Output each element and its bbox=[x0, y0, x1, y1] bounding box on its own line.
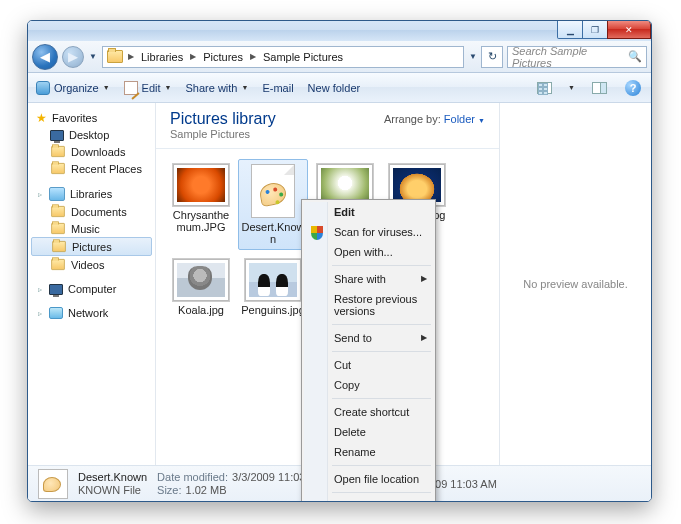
sidebar-item-label: Documents bbox=[71, 206, 127, 218]
ctx-copy[interactable]: Copy bbox=[304, 375, 433, 395]
file-name: Koala.jpg bbox=[169, 304, 233, 316]
ctx-label: Scan for viruses... bbox=[334, 226, 422, 238]
folder-icon bbox=[107, 50, 123, 63]
organize-icon bbox=[36, 81, 50, 95]
details-filetype: KNOWN File bbox=[78, 484, 147, 496]
ctx-delete[interactable]: Delete bbox=[304, 422, 433, 442]
address-bar[interactable]: ▶ Libraries ▶ Pictures ▶ Sample Pictures bbox=[102, 46, 464, 68]
ctx-properties[interactable]: Properties bbox=[304, 496, 433, 502]
chevron-down-icon: ▼ bbox=[478, 117, 485, 124]
sidebar-item-label: Pictures bbox=[72, 241, 112, 253]
expand-icon[interactable]: ▹ bbox=[36, 285, 44, 294]
new-folder-button[interactable]: New folder bbox=[308, 82, 361, 94]
command-bar: Organize ▼ Edit ▼ Share with ▼ E-mail Ne… bbox=[28, 73, 651, 103]
breadcrumb[interactable]: Pictures bbox=[201, 51, 245, 63]
context-menu[interactable]: Edit Scan for viruses... Open with... Sh… bbox=[301, 199, 436, 502]
ctx-separator bbox=[332, 492, 431, 493]
file-name: Chrysanthemum.JPG bbox=[169, 209, 233, 233]
expand-icon[interactable]: ▹ bbox=[36, 309, 44, 318]
close-button[interactable]: ✕ bbox=[607, 21, 651, 39]
preview-pane-icon bbox=[592, 82, 607, 94]
ctx-open-location[interactable]: Open file location bbox=[304, 469, 433, 489]
organize-label: Organize bbox=[54, 82, 99, 94]
folder-icon bbox=[51, 259, 65, 270]
ctx-create-shortcut[interactable]: Create shortcut bbox=[304, 402, 433, 422]
help-icon: ? bbox=[625, 80, 641, 96]
network-group[interactable]: ▹Network bbox=[28, 305, 155, 321]
crumb-sep-icon[interactable]: ▶ bbox=[248, 52, 258, 61]
submenu-arrow-icon: ▶ bbox=[421, 274, 427, 283]
network-icon bbox=[49, 307, 63, 319]
sidebar-item-pictures[interactable]: Pictures bbox=[31, 237, 152, 256]
chevron-down-icon: ▼ bbox=[241, 84, 248, 91]
chevron-down-icon: ▼ bbox=[165, 84, 172, 91]
file-item[interactable]: Penguins.jpg bbox=[238, 254, 308, 321]
folder-icon bbox=[51, 163, 65, 174]
address-dropdown[interactable]: ▼ bbox=[468, 52, 478, 61]
computer-icon bbox=[49, 284, 63, 295]
breadcrumb[interactable]: Libraries bbox=[139, 51, 185, 63]
file-name: Penguins.jpg bbox=[241, 304, 305, 316]
ctx-send-to[interactable]: Send to▶ bbox=[304, 328, 433, 348]
help-button[interactable]: ? bbox=[623, 78, 643, 98]
minimize-button[interactable]: ▁ bbox=[557, 21, 583, 39]
ctx-cut[interactable]: Cut bbox=[304, 355, 433, 375]
sidebar-item-documents[interactable]: Documents bbox=[28, 203, 155, 220]
libraries-group[interactable]: ▹Libraries bbox=[28, 185, 155, 203]
crumb-sep-icon[interactable]: ▶ bbox=[188, 52, 198, 61]
organize-menu[interactable]: Organize ▼ bbox=[36, 81, 110, 95]
chevron-down-icon[interactable]: ▼ bbox=[568, 84, 575, 91]
ctx-restore[interactable]: Restore previous versions bbox=[304, 289, 433, 321]
titlebar[interactable]: ▁ ❐ ✕ bbox=[28, 21, 651, 41]
star-icon: ★ bbox=[36, 111, 47, 125]
shield-icon bbox=[311, 226, 323, 240]
ctx-rename[interactable]: Rename bbox=[304, 442, 433, 462]
preview-pane-button[interactable] bbox=[589, 78, 609, 98]
refresh-button[interactable]: ↻ bbox=[481, 46, 503, 68]
file-thumbnail bbox=[173, 259, 229, 301]
expand-icon[interactable]: ▹ bbox=[36, 190, 44, 199]
file-thumbnail bbox=[173, 164, 229, 206]
sidebar-item-downloads[interactable]: Downloads bbox=[28, 143, 155, 160]
ctx-open-with[interactable]: Open with... bbox=[304, 242, 433, 262]
arrange-by-control[interactable]: Arrange by: Folder ▼ bbox=[384, 113, 485, 125]
edit-label: Edit bbox=[142, 82, 161, 94]
file-item[interactable]: Koala.jpg bbox=[166, 254, 236, 321]
edit-button[interactable]: Edit ▼ bbox=[124, 81, 172, 95]
folder-icon bbox=[51, 223, 65, 234]
sidebar-item-music[interactable]: Music bbox=[28, 220, 155, 237]
divider bbox=[156, 148, 499, 149]
folder-icon bbox=[51, 206, 65, 217]
view-options-button[interactable] bbox=[534, 78, 554, 98]
maximize-button[interactable]: ❐ bbox=[582, 21, 608, 39]
crumb-sep-icon[interactable]: ▶ bbox=[126, 52, 136, 61]
file-thumbnail bbox=[245, 259, 301, 301]
sidebar-item-recent[interactable]: Recent Places bbox=[28, 160, 155, 177]
ctx-share-with[interactable]: Share with▶ bbox=[304, 269, 433, 289]
email-button[interactable]: E-mail bbox=[262, 82, 293, 94]
favorites-group[interactable]: ★Favorites bbox=[28, 109, 155, 127]
ctx-scan[interactable]: Scan for viruses... bbox=[304, 222, 433, 242]
sidebar-item-desktop[interactable]: Desktop bbox=[28, 127, 155, 143]
nav-history-dropdown[interactable]: ▼ bbox=[88, 52, 98, 61]
ctx-separator bbox=[332, 398, 431, 399]
folder-icon bbox=[51, 146, 65, 157]
submenu-arrow-icon: ▶ bbox=[421, 333, 427, 342]
computer-group[interactable]: ▹Computer bbox=[28, 281, 155, 297]
search-icon[interactable]: 🔍 bbox=[628, 50, 642, 63]
ctx-separator bbox=[332, 265, 431, 266]
breadcrumb[interactable]: Sample Pictures bbox=[261, 51, 345, 63]
file-item[interactable]: Desert.Known bbox=[238, 159, 308, 250]
edit-icon bbox=[124, 81, 138, 95]
nav-forward-button[interactable]: ▶ bbox=[62, 46, 84, 68]
search-input[interactable]: Search Sample Pictures 🔍 bbox=[507, 46, 647, 68]
nav-back-button[interactable]: ◀ bbox=[32, 44, 58, 70]
file-item[interactable]: Chrysanthemum.JPG bbox=[166, 159, 236, 250]
ctx-edit[interactable]: Edit bbox=[304, 202, 433, 222]
file-thumbnail bbox=[251, 164, 295, 218]
libraries-label: Libraries bbox=[70, 188, 112, 200]
sidebar-item-videos[interactable]: Videos bbox=[28, 256, 155, 273]
sidebar-item-label: Recent Places bbox=[71, 163, 142, 175]
computer-label: Computer bbox=[68, 283, 116, 295]
share-menu[interactable]: Share with ▼ bbox=[185, 82, 248, 94]
